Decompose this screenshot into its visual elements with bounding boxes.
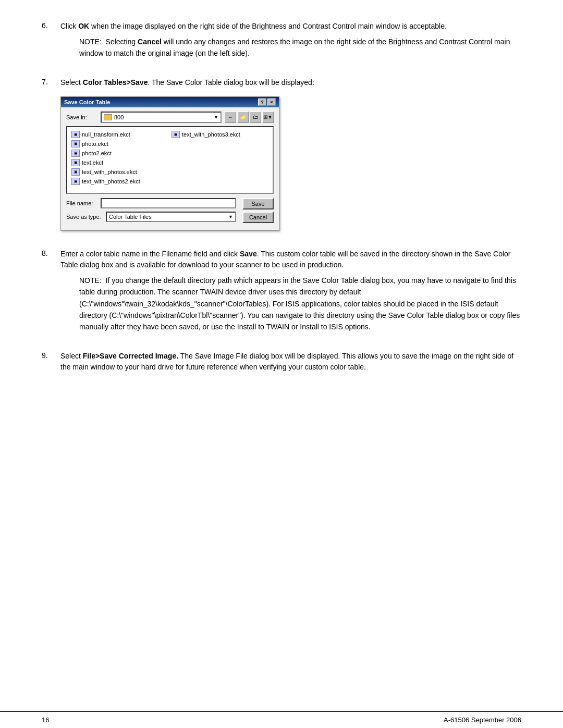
step-6-number: 6. <box>42 21 60 30</box>
step-8-number: 8. <box>42 249 60 257</box>
filename-input[interactable] <box>101 198 236 208</box>
file-name-4: text.ekct <box>82 159 103 166</box>
file-icon-3: ▣ <box>71 150 80 157</box>
step-8: 8. Enter a color table name in the Filen… <box>42 249 521 341</box>
file-name-5: text_with_photos.ekct <box>82 169 137 175</box>
new-folder-button[interactable]: 🗂 <box>250 112 261 123</box>
step-6: 6. Click OK when the image displayed on … <box>42 21 521 68</box>
dialog-close-button[interactable]: × <box>267 98 276 106</box>
step-7-body: Select Color Tables>Save. The Save Color… <box>60 77 521 239</box>
file-item-r1[interactable]: ▣ text_with_photos3.ekct <box>170 130 270 139</box>
save-type-dropdown-arrow: ▼ <box>228 214 233 219</box>
files-grid: ▣ null_transform.ekct ▣ photo.ekct ▣ pho… <box>70 130 270 186</box>
file-icon-4: ▣ <box>71 159 80 166</box>
save-as-type-label: Save as type: <box>66 214 103 220</box>
file-name-1: null_transform.ekct <box>82 131 130 138</box>
save-color-table-dialog: Save Color Table ? × Save in: 800 <box>60 96 279 231</box>
step-8-note-text: NOTE: If you change the default director… <box>79 275 521 333</box>
step-9-body: Select File>Save Corrected Image. The Sa… <box>60 351 521 377</box>
file-icon-6: ▣ <box>71 178 80 185</box>
step-7-text: Select Color Tables>Save. The Save Color… <box>60 77 521 88</box>
file-name-3: photo2.ekct <box>82 150 112 156</box>
dropdown-arrow-icon: ▼ <box>214 115 218 120</box>
save-in-dropdown-box[interactable]: 800 ▼ <box>101 112 222 123</box>
step-9-text: Select File>Save Corrected Image. The Sa… <box>60 351 521 373</box>
up-folder-button[interactable]: 📁 <box>237 112 249 123</box>
step-8-text: Enter a color table name in the Filename… <box>60 249 521 270</box>
dialog-titlebar: Save Color Table ? × <box>61 97 279 107</box>
file-item-1[interactable]: ▣ null_transform.ekct <box>70 130 169 139</box>
file-icon-1: ▣ <box>71 131 80 138</box>
bottom-left: File name: Save as type: Color Table Fil… <box>66 198 236 222</box>
dialog-buttons: Save Cancel <box>242 198 274 223</box>
filename-row: File name: <box>66 198 236 208</box>
back-button[interactable]: ← <box>225 112 236 123</box>
files-area: ▣ null_transform.ekct ▣ photo.ekct ▣ pho… <box>66 126 274 194</box>
save-in-label: Save in: <box>66 114 97 120</box>
step-9-number: 9. <box>42 351 60 360</box>
file-name-label: File name: <box>66 200 97 206</box>
file-name-r1: text_with_photos3.ekct <box>182 131 240 138</box>
step-6-text: Click OK when the image displayed on the… <box>60 21 521 32</box>
save-as-type-value: Color Table Files <box>109 214 152 220</box>
save-button[interactable]: Save <box>242 198 274 209</box>
file-icon-r1: ▣ <box>172 131 180 138</box>
file-item-4[interactable]: ▣ text.ekct <box>70 158 169 167</box>
dialog-body: Save in: 800 ▼ ← 📁 🗂 ⊞▼ <box>61 107 279 230</box>
file-icon-2: ▣ <box>71 140 80 147</box>
cancel-button[interactable]: Cancel <box>242 212 274 223</box>
file-name-6: text_with_photos2.ekct <box>82 178 140 184</box>
toolbar-buttons: ← 📁 🗂 ⊞▼ <box>225 112 274 123</box>
dialog-titlebar-buttons: ? × <box>258 98 276 106</box>
step-7: 7. Select Color Tables>Save. The Save Co… <box>42 77 521 239</box>
file-item-5[interactable]: ▣ text_with_photos.ekct <box>70 168 169 176</box>
file-item-6[interactable]: ▣ text_with_photos2.ekct <box>70 177 169 186</box>
file-icon-5: ▣ <box>71 168 80 176</box>
save-type-row: Save as type: Color Table Files ▼ <box>66 212 236 222</box>
page-footer: 16 A-61506 September 2006 <box>0 711 563 728</box>
footer-page-number: 16 <box>42 716 49 724</box>
dialog-title: Save Color Table <box>64 99 110 105</box>
file-name-section: File name: Save as type: Color Table Fil… <box>66 198 274 223</box>
save-as-type-dropdown[interactable]: Color Table Files ▼ <box>106 212 236 222</box>
file-list-left: ▣ null_transform.ekct ▣ photo.ekct ▣ pho… <box>70 130 169 186</box>
footer-document-info: A-61506 September 2006 <box>444 716 521 724</box>
step-6-note: NOTE: Selecting Cancel will undo any cha… <box>79 36 521 59</box>
step-6-note-text: NOTE: Selecting Cancel will undo any cha… <box>79 36 521 59</box>
view-button[interactable]: ⊞▼ <box>262 112 274 123</box>
step-6-body: Click OK when the image displayed on the… <box>60 21 521 68</box>
save-in-row: Save in: 800 ▼ ← 📁 🗂 ⊞▼ <box>66 112 274 123</box>
file-name-2: photo.ekct <box>82 141 108 147</box>
dialog-help-button[interactable]: ? <box>258 98 266 106</box>
file-list-right: ▣ text_with_photos3.ekct <box>170 130 270 186</box>
file-item-3[interactable]: ▣ photo2.ekct <box>70 149 169 157</box>
file-item-2[interactable]: ▣ photo.ekct <box>70 140 169 148</box>
step-8-body: Enter a color table name in the Filename… <box>60 249 521 341</box>
step-7-number: 7. <box>42 77 60 86</box>
save-in-value: 800 <box>114 114 124 120</box>
page-content: 6. Click OK when the image displayed on … <box>0 0 563 417</box>
step-9: 9. Select File>Save Corrected Image. The… <box>42 351 521 377</box>
folder-icon <box>104 114 112 120</box>
step-8-note: NOTE: If you change the default director… <box>79 275 521 333</box>
save-in-dropdown[interactable]: 800 ▼ <box>101 112 222 123</box>
